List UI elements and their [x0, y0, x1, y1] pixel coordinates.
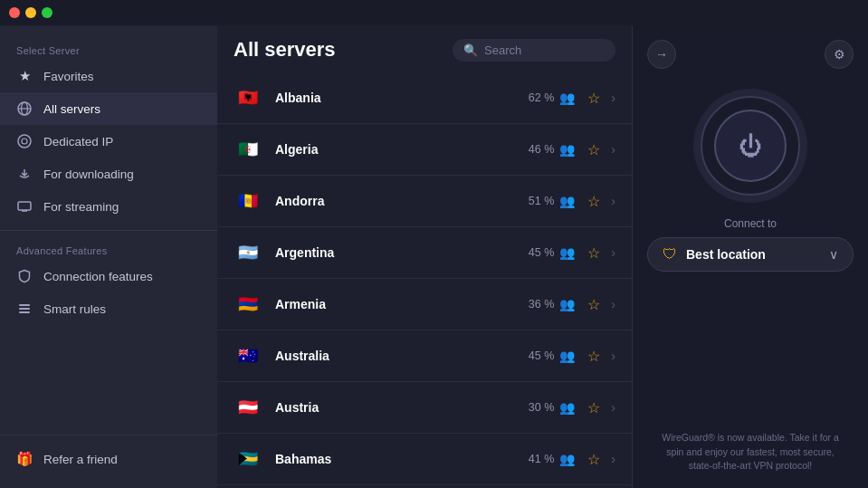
server-load: 62 % [529, 91, 555, 104]
server-name: Albania [275, 91, 529, 105]
flag-icon: 🇦🇩 [234, 187, 262, 215]
sidebar-item-dedicated-ip[interactable]: Dedicated IP [0, 125, 217, 158]
sidebar-item-connection-features[interactable]: Connection features [0, 260, 217, 292]
flag-icon: 🇩🇿 [234, 135, 262, 164]
sidebar: Select Server ★ Favorites All servers [0, 25, 217, 488]
flag-icon: 🇦🇺 [234, 341, 262, 370]
sidebar-item-downloading-label: For downloading [43, 167, 134, 181]
favorite-star-icon[interactable]: ☆ [587, 296, 600, 313]
server-name: Armenia [275, 297, 529, 311]
nav-arrow-button[interactable]: → [647, 40, 676, 69]
users-icon: 👥 [559, 297, 575, 311]
favorite-star-icon[interactable]: ☆ [587, 244, 600, 262]
sidebar-item-streaming-label: For streaming [43, 200, 119, 214]
server-row[interactable]: 🇦🇹 Austria 30 % 👥 ☆ › [217, 382, 632, 434]
connect-to-label: Connect to [724, 217, 777, 230]
users-icon: 👥 [559, 452, 575, 466]
wireguard-notice: WireGuard® is now available. Take it for… [647, 431, 854, 474]
favorite-star-icon[interactable]: ☆ [587, 451, 600, 468]
favorite-star-icon[interactable]: ☆ [587, 348, 600, 365]
server-row[interactable]: 🇦🇷 Argentina 45 % 👥 ☆ › [217, 227, 632, 279]
star-icon: ★ [16, 68, 33, 84]
sidebar-item-favorites[interactable]: ★ Favorites [0, 60, 217, 92]
flag-icon: 🇧🇸 [234, 445, 262, 474]
svg-point-3 [18, 135, 31, 148]
right-top-bar: → ⚙ [647, 40, 854, 69]
chevron-right-icon: › [611, 142, 615, 157]
server-name: Algeria [275, 142, 529, 157]
chevron-right-icon: › [611, 245, 615, 260]
svg-rect-7 [19, 304, 30, 306]
server-load: 36 % [529, 298, 555, 311]
users-icon: 👥 [559, 349, 575, 363]
power-button[interactable]: ⏻ [714, 110, 787, 182]
sidebar-bottom: 🎁 Refer a friend [0, 435, 217, 475]
minimize-button[interactable] [25, 7, 36, 18]
server-name: Andorra [275, 194, 529, 208]
server-name: Australia [275, 349, 529, 363]
select-server-label: Select Server [0, 38, 217, 60]
chevron-right-icon: › [611, 452, 615, 466]
favorite-star-icon[interactable]: ☆ [587, 193, 600, 210]
chevron-right-icon: › [611, 349, 615, 363]
server-name: Austria [275, 400, 529, 415]
svg-rect-9 [19, 311, 30, 313]
server-load: 46 % [529, 143, 555, 156]
chevron-right-icon: › [611, 194, 615, 208]
close-button[interactable] [9, 7, 20, 18]
server-load: 41 % [529, 453, 555, 465]
sidebar-item-for-streaming[interactable]: For streaming [0, 190, 217, 223]
power-button-container: ⏻ [701, 96, 800, 196]
titlebar [0, 0, 868, 25]
sidebar-item-smart-rules-label: Smart rules [43, 302, 106, 316]
sidebar-item-for-downloading[interactable]: For downloading [0, 158, 217, 190]
gear-icon: ⚙ [834, 47, 845, 62]
location-selector[interactable]: 🛡 Best location ∨ [647, 237, 854, 272]
users-icon: 👥 [559, 194, 575, 208]
flag-icon: 🇦🇹 [234, 393, 262, 422]
users-icon: 👥 [559, 142, 575, 157]
server-name: Argentina [275, 245, 529, 260]
sidebar-item-refer-label: Refer a friend [43, 453, 118, 466]
server-header: All servers 🔍 [217, 25, 632, 72]
search-input[interactable] [484, 43, 605, 57]
maximize-button[interactable] [42, 7, 52, 18]
favorite-star-icon[interactable]: ☆ [587, 399, 600, 416]
advanced-features-label: Advanced Features [0, 238, 217, 260]
download-icon [16, 166, 33, 182]
sidebar-divider [0, 230, 217, 231]
chevron-right-icon: › [611, 297, 615, 311]
svg-point-4 [22, 139, 27, 144]
sidebar-item-all-servers-label: All servers [43, 102, 100, 116]
streaming-icon [16, 198, 33, 215]
favorite-star-icon[interactable]: ☆ [587, 90, 600, 107]
sidebar-item-dedicated-ip-label: Dedicated IP [43, 135, 113, 148]
users-icon: 👥 [559, 91, 575, 105]
search-icon: 🔍 [463, 43, 478, 57]
server-row[interactable]: 🇧🇸 Bahamas 41 % 👥 ☆ › [217, 434, 632, 485]
favorite-star-icon[interactable]: ☆ [587, 141, 600, 158]
server-row[interactable]: 🇦🇺 Australia 45 % 👥 ☆ › [217, 330, 632, 382]
server-row[interactable]: 🇦🇲 Armenia 36 % 👥 ☆ › [217, 279, 632, 330]
shield-icon [16, 268, 33, 284]
chevron-down-icon: ∨ [829, 247, 838, 262]
gift-icon: 🎁 [16, 451, 33, 467]
settings-button[interactable]: ⚙ [825, 40, 854, 69]
server-row[interactable]: 🇦🇩 Andorra 51 % 👥 ☆ › [217, 176, 632, 227]
server-list: 🇦🇱 Albania 62 % 👥 ☆ › 🇩🇿 Algeria 46 % 👥 … [217, 72, 632, 488]
sidebar-item-smart-rules[interactable]: Smart rules [0, 292, 217, 325]
sidebar-item-favorites-label: Favorites [43, 70, 94, 83]
sidebar-item-all-servers[interactable]: All servers [0, 92, 217, 125]
server-load: 45 % [529, 246, 555, 259]
power-circle: ⏻ [701, 96, 800, 196]
search-box[interactable]: 🔍 [453, 39, 615, 62]
sidebar-item-refer[interactable]: 🎁 Refer a friend [0, 443, 217, 475]
server-row[interactable]: 🇦🇱 Albania 62 % 👥 ☆ › [217, 72, 632, 124]
traffic-lights [9, 7, 52, 18]
sidebar-item-connection-features-label: Connection features [43, 270, 153, 283]
server-row[interactable]: 🇩🇿 Algeria 46 % 👥 ☆ › [217, 124, 632, 176]
location-text: Best location [686, 247, 820, 262]
server-load: 30 % [529, 401, 555, 414]
app-body: Select Server ★ Favorites All servers [0, 25, 868, 488]
svg-rect-5 [18, 202, 31, 210]
